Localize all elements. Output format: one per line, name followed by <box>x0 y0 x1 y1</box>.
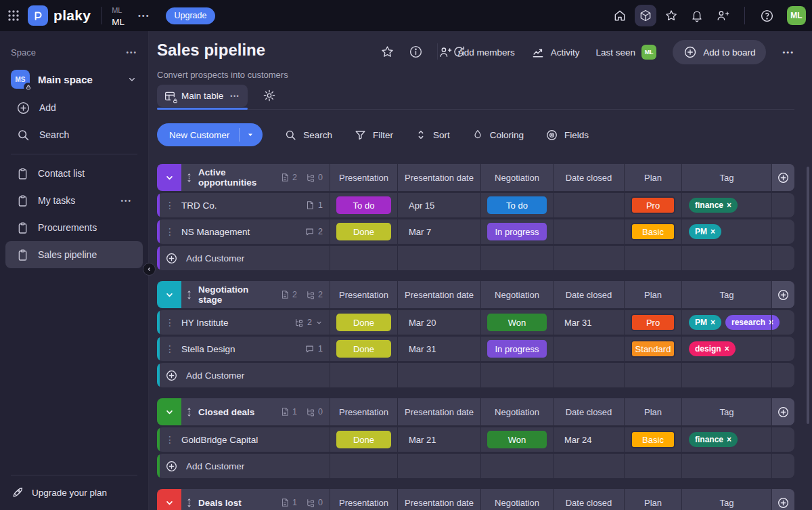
upgrade-button[interactable]: Upgrade <box>166 7 216 24</box>
status-pill[interactable]: Pro <box>631 196 675 214</box>
add-customer-button[interactable]: Add Customer <box>160 454 330 478</box>
column-header-presentation[interactable]: Presentation <box>330 489 397 510</box>
upgrade-plan-button[interactable]: Upgrade your plan <box>0 475 148 510</box>
cell-presentation[interactable]: Done <box>330 310 397 335</box>
new-customer-button[interactable]: New Customer <box>157 123 263 146</box>
group-drag-icon[interactable] <box>185 407 193 417</box>
tab-more-icon[interactable]: ••• <box>230 93 240 100</box>
column-header-negotiation[interactable]: Negotiation <box>480 281 553 308</box>
coloring-button[interactable]: Coloring <box>472 129 524 141</box>
column-header-plan[interactable]: Plan <box>624 164 681 191</box>
cell-plan[interactable]: Basic <box>624 427 681 452</box>
status-pill[interactable]: Pro <box>631 314 675 331</box>
cell-presentation[interactable]: Done <box>330 427 397 452</box>
add-column-button[interactable] <box>771 489 794 510</box>
sidebar-item-my-tasks[interactable]: My tasks ••• <box>5 187 143 214</box>
group-title[interactable]: Negotiation stage <box>198 284 269 305</box>
topbar-more-icon[interactable]: ••• <box>138 12 150 20</box>
cell-date-closed[interactable] <box>553 193 624 217</box>
sidebar-collapse-button[interactable] <box>143 263 156 276</box>
workspace-item[interactable]: MS Main space <box>0 64 148 94</box>
column-header-presentation[interactable]: Presentation <box>330 398 397 425</box>
board-info-icon[interactable] <box>409 45 423 59</box>
add-customer-button[interactable]: Add Customer <box>160 246 330 270</box>
tag-pill[interactable]: PM× <box>689 315 721 330</box>
cell-date-closed[interactable] <box>553 219 624 244</box>
item-name[interactable]: NS Management <box>181 227 250 237</box>
cell-tag[interactable]: design× <box>681 337 771 361</box>
activity-button[interactable]: Activity <box>531 45 580 59</box>
column-header-presentation-date[interactable]: Presentation date <box>397 398 480 425</box>
column-header-presentation[interactable]: Presentation <box>330 281 397 308</box>
tag-pill[interactable]: design× <box>689 341 736 356</box>
item-name[interactable]: TRD Co. <box>181 200 217 211</box>
cell-negotiation[interactable]: Won <box>480 310 553 335</box>
group-drag-icon[interactable] <box>185 173 193 183</box>
tag-remove-icon[interactable]: × <box>710 227 715 236</box>
status-pill[interactable]: Done <box>336 314 391 331</box>
tag-pill[interactable]: finance× <box>689 432 738 447</box>
column-header-date-closed[interactable]: Date closed <box>553 489 624 510</box>
column-header-plan[interactable]: Plan <box>624 489 681 510</box>
cell-presentation-date[interactable]: Apr 15 <box>397 193 480 217</box>
cell-tag[interactable]: PM× research× <box>681 310 771 335</box>
add-customer-button[interactable]: Add Customer <box>160 363 330 387</box>
row-drag-icon[interactable]: ⋮ <box>165 227 175 236</box>
status-pill[interactable]: Basic <box>631 431 675 448</box>
column-header-negotiation[interactable]: Negotiation <box>480 164 553 191</box>
last-seen-avatar[interactable]: ML <box>641 45 656 60</box>
cell-negotiation[interactable]: Won <box>480 427 553 452</box>
add-column-button[interactable] <box>771 281 794 308</box>
column-header-presentation-date[interactable]: Presentation date <box>397 164 480 191</box>
cell-plan[interactable]: Pro <box>624 193 681 217</box>
boards-cube-icon[interactable] <box>635 5 656 26</box>
add-to-board-button[interactable]: Add to board <box>673 40 766 64</box>
add-column-button[interactable] <box>771 164 794 191</box>
group-drag-icon[interactable] <box>185 498 193 508</box>
row-drag-icon[interactable]: ⋮ <box>165 318 175 327</box>
cell-presentation[interactable]: Done <box>330 337 397 361</box>
status-pill[interactable]: Done <box>336 431 391 448</box>
status-pill[interactable]: Won <box>487 431 547 448</box>
tag-pill[interactable]: PM× <box>689 224 721 239</box>
row-drag-icon[interactable]: ⋮ <box>165 344 175 354</box>
sidebar-item-sales-pipeline[interactable]: Sales pipeline <box>5 241 143 268</box>
filter-button[interactable]: Filter <box>354 129 393 142</box>
board-more-icon[interactable]: ••• <box>120 197 132 205</box>
vertical-scrollbar[interactable] <box>807 167 809 424</box>
cell-presentation[interactable]: Done <box>330 219 397 244</box>
column-header-negotiation[interactable]: Negotiation <box>480 489 553 510</box>
status-pill[interactable]: Standard <box>631 340 675 358</box>
cell-plan[interactable]: Pro <box>624 310 681 335</box>
sidebar-item-contact-list[interactable]: Contact list <box>5 160 143 187</box>
group-drag-icon[interactable] <box>185 290 193 300</box>
cell-presentation-date[interactable]: Mar 21 <box>397 427 480 452</box>
item-name[interactable]: HY Institute <box>181 318 229 328</box>
help-icon[interactable] <box>756 5 777 26</box>
cell-negotiation[interactable]: In progress <box>480 337 553 361</box>
cell-plan[interactable]: Basic <box>624 219 681 244</box>
status-pill[interactable]: Done <box>336 340 391 358</box>
column-header-date-closed[interactable]: Date closed <box>553 164 624 191</box>
home-icon[interactable] <box>609 5 631 26</box>
notifications-bell-icon[interactable] <box>686 5 708 26</box>
row-meta[interactable]: 1 <box>304 344 323 354</box>
item-name[interactable]: Stella Design <box>181 344 235 354</box>
last-seen-group[interactable]: Last seen ML <box>596 45 657 60</box>
column-header-date-closed[interactable]: Date closed <box>553 281 624 308</box>
add-column-button[interactable] <box>771 398 794 425</box>
row-drag-icon[interactable]: ⋮ <box>165 435 175 444</box>
cell-presentation-date[interactable]: Mar 31 <box>397 337 480 361</box>
row-meta[interactable]: 1 <box>305 200 323 210</box>
column-header-presentation[interactable]: Presentation <box>330 164 397 191</box>
tab-main-table[interactable]: Main table ••• <box>157 85 248 107</box>
cell-presentation[interactable]: To do <box>330 193 397 217</box>
view-settings-gear-icon[interactable] <box>263 89 276 102</box>
group-collapse-button[interactable] <box>157 398 181 425</box>
new-customer-dropdown-icon[interactable] <box>240 131 263 139</box>
status-pill[interactable]: Done <box>336 223 391 240</box>
cell-date-closed[interactable] <box>553 337 624 361</box>
group-title[interactable]: Closed deals <box>198 407 254 417</box>
sidebar-search-button[interactable]: Search <box>5 121 143 148</box>
column-header-tag[interactable]: Tag <box>681 398 771 425</box>
